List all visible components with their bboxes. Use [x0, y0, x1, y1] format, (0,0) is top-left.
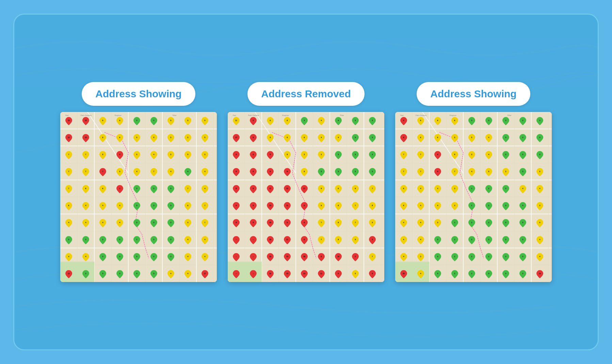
svg-text:3: 3 — [188, 221, 189, 224]
svg-rect-135 — [228, 262, 262, 282]
svg-text:7: 7 — [188, 187, 189, 189]
svg-text:Kingman: Kingman — [115, 114, 122, 116]
svg-text:6: 6 — [102, 119, 103, 121]
svg-text:7: 7 — [68, 153, 69, 155]
svg-text:5: 5 — [188, 136, 189, 138]
svg-text:4: 4 — [85, 255, 86, 258]
svg-text:4: 4 — [539, 238, 541, 241]
svg-text:2: 2 — [488, 221, 489, 224]
svg-text:3: 3 — [372, 119, 373, 121]
svg-text:7: 7 — [403, 153, 404, 155]
svg-text:10: 10 — [269, 204, 271, 206]
svg-text:18: 18 — [303, 255, 305, 258]
svg-text:9: 9 — [253, 221, 254, 224]
svg-text:3: 3 — [154, 272, 155, 275]
svg-text:8: 8 — [372, 204, 373, 206]
svg-text:7: 7 — [420, 170, 421, 172]
svg-text:9: 9 — [437, 170, 438, 172]
svg-text:3: 3 — [136, 255, 138, 258]
svg-text:6: 6 — [304, 204, 305, 206]
svg-text:3: 3 — [505, 204, 506, 206]
svg-text:2: 2 — [471, 238, 472, 241]
svg-text:3: 3 — [171, 221, 172, 224]
svg-text:4: 4 — [154, 153, 155, 155]
svg-text:6: 6 — [304, 221, 305, 224]
svg-text:4: 4 — [205, 255, 206, 258]
svg-text:3: 3 — [355, 136, 356, 138]
svg-text:3: 3 — [119, 238, 120, 241]
svg-text:~: ~ — [253, 272, 254, 275]
svg-text:4: 4 — [420, 187, 421, 189]
svg-text:7: 7 — [454, 170, 455, 172]
svg-text:3: 3 — [102, 238, 103, 241]
svg-text:3: 3 — [154, 119, 155, 121]
svg-text:4: 4 — [171, 272, 172, 275]
svg-text:~: ~ — [236, 272, 237, 275]
svg-text:Palm Gardens: Palm Gardens — [81, 114, 92, 116]
svg-text:Piñer: Piñer — [508, 114, 512, 116]
panels-container: Address Showing — [47, 68, 565, 296]
svg-text:10: 10 — [337, 255, 339, 258]
svg-text:6: 6 — [338, 187, 339, 189]
svg-text:5: 5 — [136, 136, 138, 138]
svg-text:5: 5 — [205, 119, 206, 121]
svg-text:9: 9 — [236, 153, 237, 155]
svg-text:5: 5 — [188, 153, 189, 155]
svg-text:3: 3 — [539, 136, 541, 138]
svg-text:4: 4 — [321, 136, 322, 138]
svg-text:13: 13 — [286, 272, 288, 275]
svg-text:~: ~ — [236, 255, 237, 258]
svg-text:3: 3 — [136, 204, 138, 206]
svg-text:9: 9 — [287, 170, 288, 172]
svg-text:5: 5 — [355, 238, 356, 241]
svg-text:5: 5 — [171, 136, 172, 138]
svg-text:4: 4 — [539, 187, 541, 189]
svg-text:Piñer: Piñer — [173, 114, 177, 116]
svg-text:3: 3 — [102, 255, 103, 258]
svg-text:5: 5 — [171, 119, 172, 121]
svg-text:6: 6 — [119, 136, 120, 138]
svg-text:11: 11 — [286, 204, 288, 206]
svg-text:7: 7 — [321, 238, 322, 241]
svg-text:4: 4 — [321, 119, 322, 121]
svg-text:7: 7 — [154, 170, 155, 172]
svg-text:9: 9 — [287, 221, 288, 224]
svg-text:2: 2 — [488, 255, 489, 258]
svg-text:3: 3 — [136, 221, 138, 224]
svg-text:3: 3 — [437, 238, 438, 241]
svg-text:6: 6 — [287, 119, 288, 121]
svg-text:3: 3 — [505, 119, 506, 121]
svg-text:9: 9 — [270, 153, 271, 155]
svg-text:8: 8 — [270, 136, 271, 138]
svg-text:3: 3 — [505, 153, 506, 155]
svg-text:3: 3 — [102, 272, 103, 275]
svg-text:7: 7 — [321, 221, 322, 224]
svg-text:5: 5 — [539, 153, 541, 155]
svg-text:7: 7 — [68, 187, 69, 189]
svg-text:6: 6 — [355, 187, 356, 189]
svg-text:6: 6 — [437, 136, 438, 138]
svg-text:1: 1 — [136, 238, 138, 241]
svg-text:3: 3 — [119, 255, 120, 258]
svg-text:3: 3 — [171, 238, 172, 241]
svg-text:13: 13 — [68, 272, 70, 275]
svg-text:2: 2 — [471, 255, 472, 258]
svg-text:6: 6 — [287, 136, 288, 138]
svg-text:3: 3 — [154, 204, 155, 206]
svg-text:4: 4 — [188, 272, 189, 275]
svg-text:3: 3 — [85, 272, 86, 275]
svg-text:7: 7 — [355, 204, 356, 206]
svg-text:7: 7 — [372, 187, 373, 189]
svg-text:11: 11 — [269, 187, 271, 189]
svg-text:9: 9 — [236, 187, 237, 189]
svg-text:5: 5 — [136, 153, 138, 155]
svg-text:5: 5 — [539, 221, 541, 224]
svg-text:4: 4 — [136, 170, 138, 172]
svg-text:4: 4 — [420, 204, 421, 206]
svg-text:4: 4 — [420, 221, 421, 224]
svg-text:4: 4 — [188, 238, 189, 241]
svg-text:12: 12 — [286, 187, 288, 189]
svg-text:1: 1 — [119, 187, 120, 189]
svg-text:3: 3 — [505, 221, 506, 224]
svg-text:3: 3 — [372, 170, 373, 172]
